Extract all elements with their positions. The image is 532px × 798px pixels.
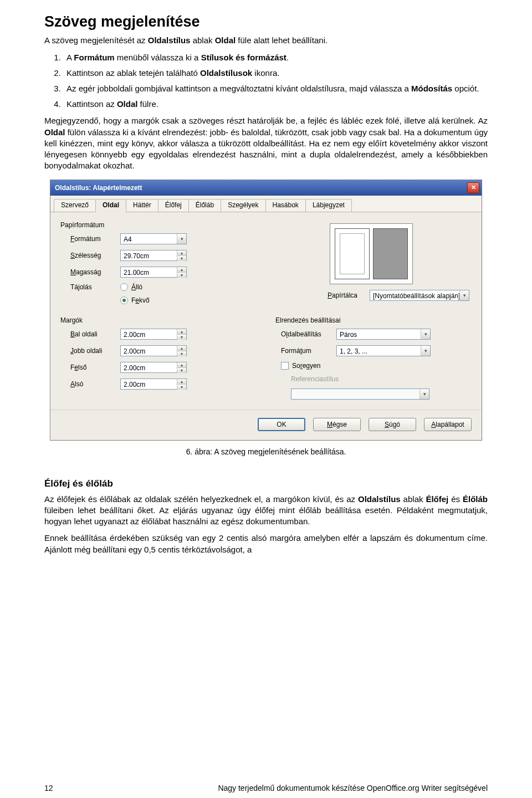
tab-footnote[interactable]: Lábjegyzet: [305, 199, 352, 212]
dialog-tabs: Szervező Oldal Háttér Élőfej Élőláb Szeg…: [50, 196, 482, 212]
dialog-title: Oldalstílus: Alapértelmezett: [55, 184, 142, 192]
right-margin-label: Jobb oldali: [70, 347, 120, 355]
tab-organizer[interactable]: Szervező: [54, 199, 96, 212]
bottom-margin-spinner[interactable]: 2.00cm ▲▼: [120, 378, 187, 390]
dialog-button-bar: OK Mégse Súgó Alapállapot: [50, 410, 482, 440]
tab-columns[interactable]: Hasábok: [265, 199, 306, 212]
width-spinner[interactable]: 29.70cm ▲▼: [120, 250, 187, 261]
spin-down-icon[interactable]: ▼: [177, 367, 186, 373]
ok-button[interactable]: OK: [258, 418, 305, 431]
spin-up-icon[interactable]: ▲: [177, 329, 186, 334]
dialog-titlebar[interactable]: Oldalstílus: Alapértelmezett ✕: [50, 180, 482, 196]
layout-group: Elrendezés beállításai: [275, 316, 472, 324]
spin-up-icon[interactable]: ▲: [177, 379, 186, 384]
page-layout-label: Oldalbeállítás: [281, 330, 336, 338]
radio-landscape[interactable]: [120, 296, 128, 304]
help-button[interactable]: Súgó: [369, 418, 416, 431]
paper-format-group: Papírformátum: [60, 221, 309, 229]
cancel-button[interactable]: Mégse: [313, 418, 361, 431]
spin-down-icon[interactable]: ▼: [177, 334, 186, 340]
steps-list: A Formátum menüből válassza ki a Stíluso…: [44, 52, 488, 110]
paper-format-combo[interactable]: A4 ▾: [120, 233, 187, 244]
spin-up-icon[interactable]: ▲: [177, 362, 186, 367]
reset-button[interactable]: Alapállapot: [424, 418, 472, 431]
tray-label: Papírtálca: [328, 291, 370, 299]
margins-group: Margók: [60, 316, 257, 324]
chevron-down-icon: ▾: [420, 389, 429, 399]
format-label: FFormátumormátum: [70, 235, 120, 243]
page-footer: 12 Nagy terjedelmű dokumentumok készítés…: [22, 784, 510, 792]
tab-page[interactable]: Oldal: [95, 199, 126, 212]
page-title: Szöveg megjelenítése: [44, 13, 488, 30]
figure-caption: 6. ábra: A szöveg megjelenítésének beáll…: [44, 447, 488, 456]
page-preview: [330, 223, 413, 284]
document-title-footer: Nagy terjedelmű dokumentumok készítése O…: [218, 784, 488, 792]
spin-up-icon[interactable]: ▲: [177, 250, 186, 255]
spin-down-icon[interactable]: ▼: [177, 351, 186, 356]
tab-footer[interactable]: Élőláb: [188, 199, 221, 212]
tab-background[interactable]: Háttér: [126, 199, 158, 212]
step-item: Kattintson az Oldal fülre.: [63, 98, 488, 110]
spin-down-icon[interactable]: ▼: [177, 255, 186, 261]
spin-down-icon[interactable]: ▼: [177, 272, 186, 278]
top-margin-spinner[interactable]: 2.00cm ▲▼: [120, 362, 187, 373]
header-footer-paragraph-2: Ennek beállítása érdekében szükség van e…: [44, 533, 488, 555]
register-true-label: Soregyen: [292, 362, 320, 370]
reference-style-combo: ▾: [291, 388, 429, 400]
height-label: Magasság: [70, 268, 120, 276]
step-item: Kattintson az ablak tetején található Ol…: [63, 67, 488, 79]
page-number: 12: [44, 784, 53, 792]
width-label: Szélesség: [70, 252, 120, 259]
paper-tray-combo[interactable]: [Nyomtatóbeállítások alapján] ▾: [370, 290, 469, 301]
left-margin-label: Bal oldali: [70, 330, 120, 338]
spin-up-icon[interactable]: ▲: [177, 346, 186, 351]
chevron-down-icon[interactable]: ▾: [421, 329, 430, 339]
tab-header[interactable]: Élőfej: [158, 199, 189, 212]
portrait-label: Álló: [131, 283, 142, 291]
spin-down-icon[interactable]: ▼: [177, 384, 186, 390]
chevron-down-icon[interactable]: ▾: [177, 234, 186, 244]
spin-up-icon[interactable]: ▲: [177, 267, 186, 272]
orientation-label: Tájolás: [70, 283, 120, 291]
tab-borders[interactable]: Szegélyek: [221, 199, 265, 212]
radio-portrait[interactable]: [120, 283, 128, 291]
reference-style-label: Referenciastílus: [291, 375, 339, 383]
register-true-checkbox[interactable]: [281, 362, 289, 370]
step-item: Az egér jobboldali gombjával kattintson …: [63, 83, 488, 95]
page-layout-combo[interactable]: Páros ▾: [336, 329, 431, 340]
top-margin-label: Felső: [70, 364, 120, 371]
header-footer-paragraph-1: Az élőfejek és élőlábak az oldalak szélé…: [44, 494, 488, 528]
chevron-down-icon[interactable]: ▾: [421, 346, 430, 356]
left-margin-spinner[interactable]: 2.00cm ▲▼: [120, 329, 187, 340]
close-icon[interactable]: ✕: [467, 182, 479, 193]
num-format-combo[interactable]: 1, 2, 3, ... ▾: [336, 345, 431, 356]
right-margin-spinner[interactable]: 2.00cm ▲▼: [120, 345, 187, 356]
chevron-down-icon[interactable]: ▾: [459, 290, 469, 300]
num-format-label: Formátum: [281, 347, 336, 355]
step-item: A Formátum menüből válassza ki a Stíluso…: [63, 52, 488, 64]
page-style-dialog: Oldalstílus: Alapértelmezett ✕ Szervező …: [50, 180, 482, 441]
bottom-margin-label: Alsó: [70, 380, 120, 388]
subheading-header-footer: Élőfej és élőláb: [44, 478, 488, 489]
note-paragraph: Megjegyzendő, hogy a margók csak a szöve…: [44, 115, 488, 171]
landscape-label: Fekvő: [131, 296, 150, 304]
intro-paragraph: A szöveg megjelenítését az Oldalstílus a…: [44, 35, 488, 46]
height-spinner[interactable]: 21.00cm ▲▼: [120, 267, 187, 278]
